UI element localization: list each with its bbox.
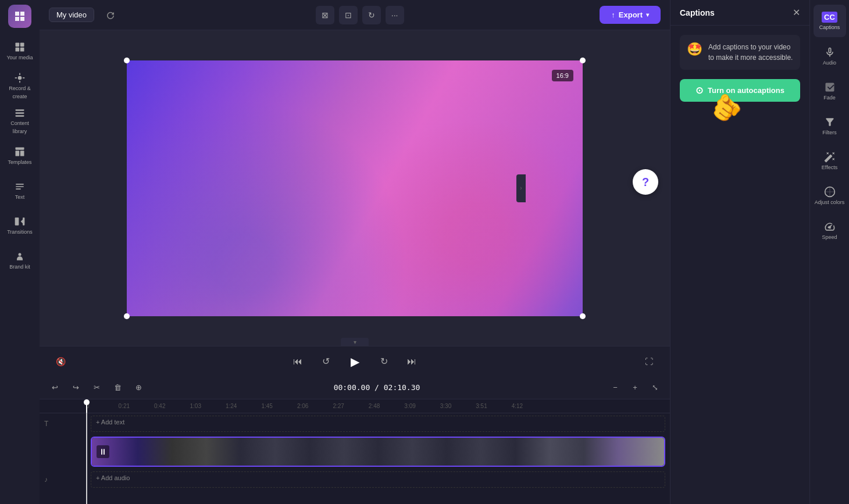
- delete-button[interactable]: 🗑: [109, 380, 126, 396]
- skip-back-button[interactable]: ⏮: [288, 352, 307, 371]
- export-button[interactable]: ↑ Export ▾: [600, 6, 661, 24]
- svg-rect-16: [23, 217, 24, 225]
- sidebar-item-text[interactable]: Text: [3, 174, 36, 207]
- video-thumbnail-strip: [92, 438, 664, 466]
- main-area: My video ⊠ ⊡ ↻ ··· ↑ Export ▾ 16:9 ?: [40, 0, 670, 504]
- rt-item-captions[interactable]: CC Captions: [814, 5, 846, 37]
- right-panel-collapse-button[interactable]: ›: [516, 174, 526, 202]
- video-title-input[interactable]: My video: [49, 8, 94, 22]
- caption-emoji: 🤩: [687, 42, 702, 63]
- rt-item-effects[interactable]: Effects: [814, 144, 846, 177]
- caption-info-text: Add captions to your video to make it mo…: [708, 42, 793, 63]
- fit-timeline-button[interactable]: ⤡: [647, 380, 663, 396]
- svg-rect-14: [20, 151, 24, 156]
- rt-item-adjust-colors[interactable]: Adjust colors: [814, 179, 846, 212]
- svg-rect-10: [16, 112, 24, 114]
- svg-point-17: [19, 253, 22, 256]
- svg-rect-3: [20, 48, 24, 52]
- handle-top-left[interactable]: [124, 58, 130, 63]
- rt-item-speed[interactable]: Speed: [814, 214, 846, 246]
- skip-forward-button[interactable]: ⏭: [402, 352, 421, 371]
- panel-header: Captions ✕: [670, 0, 809, 26]
- svg-rect-2: [16, 48, 20, 52]
- left-sidebar: Your media Record & create Content libra…: [0, 0, 40, 504]
- svg-rect-12: [16, 148, 24, 150]
- right-toolbar: CC Captions Audio Fade Filters Effects A…: [809, 0, 849, 504]
- handle-top-right[interactable]: [580, 58, 586, 63]
- add-to-timeline-button[interactable]: ⊕: [130, 380, 147, 396]
- timeline-ruler: 0 0:21 0:42 1:03 1:24 1:45 2:06 2:27 2:4…: [40, 399, 670, 413]
- panel-close-button[interactable]: ✕: [793, 7, 800, 18]
- add-text-button[interactable]: + Add text: [91, 419, 129, 426]
- sidebar-item-transitions[interactable]: Transitions: [3, 209, 36, 242]
- aspect-ratio-badge: 16:9: [552, 70, 573, 81]
- player-center-controls: ⏮ ↺ ▶ ↻ ⏭: [288, 351, 421, 372]
- cut-button[interactable]: ✂: [88, 380, 105, 396]
- add-audio-button[interactable]: + Add audio: [91, 474, 134, 481]
- app-logo: [8, 5, 31, 28]
- svg-rect-15: [15, 217, 19, 225]
- video-pause-indicator: ⏸: [97, 445, 109, 458]
- video-track-content[interactable]: ⏸: [91, 437, 665, 467]
- panel-title: Captions: [680, 8, 715, 17]
- fullscreen-button[interactable]: ⛶: [640, 352, 658, 371]
- rt-item-fade[interactable]: Fade: [814, 74, 846, 107]
- rt-item-audio[interactable]: Audio: [814, 40, 846, 72]
- time-display: 00:00.00 / 02:10.30: [151, 383, 602, 392]
- svg-rect-9: [16, 109, 24, 111]
- forward-5s-button[interactable]: ↻: [374, 352, 393, 371]
- player-controls: 🔇 ⏮ ↺ ▶ ↻ ⏭ ⛶: [40, 346, 670, 376]
- crop-tool-button[interactable]: ⊠: [316, 6, 334, 24]
- sidebar-item-content-library[interactable]: Content library: [3, 105, 36, 137]
- text-track-content[interactable]: + Add text: [91, 416, 665, 432]
- sidebar-item-brand-kit[interactable]: Brand kit: [3, 244, 36, 277]
- canvas-wrapper: 16:9: [127, 60, 583, 316]
- timeline-toolbar: ↩ ↪ ✂ 🗑 ⊕ 00:00.00 / 02:10.30 − + ⤡: [40, 376, 670, 399]
- zoom-out-button[interactable]: −: [607, 380, 623, 396]
- rewind-5s-button[interactable]: ↺: [316, 352, 335, 371]
- right-panels: Captions ✕ 🤩 Add captions to your video …: [670, 0, 849, 504]
- handle-bottom-right[interactable]: [580, 313, 586, 319]
- undo-icon[interactable]: [101, 6, 120, 24]
- fit-tool-button[interactable]: ⊡: [339, 6, 358, 24]
- redo-button[interactable]: ↪: [67, 380, 84, 396]
- text-track-row: T + Add text: [40, 413, 670, 434]
- video-track-row: ⏸: [40, 434, 670, 469]
- timeline-zoom-controls: − + ⤡: [607, 380, 663, 396]
- sidebar-item-templates[interactable]: Templates: [3, 140, 36, 172]
- player-right-controls: ⛶: [640, 352, 658, 371]
- rotate-tool-button[interactable]: ↻: [362, 6, 381, 24]
- panel-body: 🤩 Add captions to your video to make it …: [670, 26, 809, 504]
- svg-rect-5: [19, 73, 20, 75]
- topbar-tools: ⊠ ⊡ ↻ ···: [127, 6, 593, 24]
- sidebar-item-your-media[interactable]: Your media: [3, 35, 36, 67]
- svg-point-4: [18, 76, 22, 80]
- captions-panel: Captions ✕ 🤩 Add captions to your video …: [670, 0, 809, 504]
- svg-rect-1: [20, 43, 24, 47]
- more-options-button[interactable]: ···: [386, 6, 404, 24]
- timeline-collapse-button[interactable]: ▾: [341, 338, 369, 346]
- rt-item-filters[interactable]: Filters: [814, 109, 846, 142]
- caption-info-card: 🤩 Add captions to your video to make it …: [680, 35, 800, 70]
- handle-bottom-left[interactable]: [124, 313, 130, 319]
- svg-rect-7: [15, 77, 17, 78]
- svg-rect-13: [16, 151, 20, 156]
- svg-rect-8: [23, 77, 24, 78]
- mute-button[interactable]: 🔇: [51, 352, 70, 371]
- sidebar-item-record-create[interactable]: Record & create: [3, 70, 36, 102]
- video-canvas[interactable]: [127, 60, 583, 316]
- turn-on-autocaptions-button[interactable]: ⊙ Turn on autocaptions: [680, 79, 800, 102]
- player-left-controls: 🔇: [51, 352, 70, 371]
- zoom-in-button[interactable]: +: [627, 380, 643, 396]
- text-track-label: T: [44, 420, 86, 428]
- canvas-container: 16:9 ? › ▾: [40, 30, 670, 346]
- audio-track-row: ♪ + Add audio: [40, 469, 670, 490]
- play-pause-button[interactable]: ▶: [344, 351, 365, 372]
- audio-track-label: ♪: [44, 476, 86, 484]
- svg-rect-11: [16, 115, 24, 117]
- undo-button[interactable]: ↩: [47, 380, 63, 396]
- svg-rect-0: [16, 43, 20, 47]
- topbar: My video ⊠ ⊡ ↻ ··· ↑ Export ▾: [40, 0, 670, 30]
- help-button[interactable]: ?: [633, 169, 658, 195]
- audio-track-content[interactable]: + Add audio: [91, 471, 665, 488]
